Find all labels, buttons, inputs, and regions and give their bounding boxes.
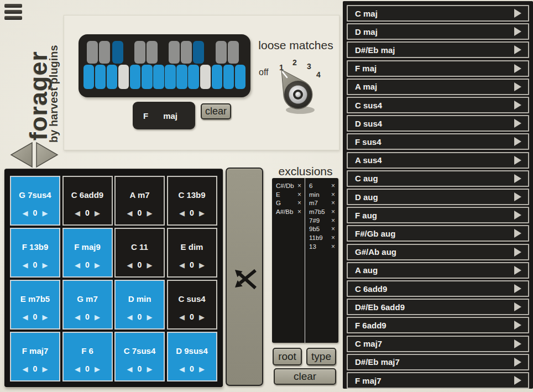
white-key-4[interactable]	[130, 65, 141, 89]
stepper-prev-icon[interactable]: ◀	[179, 313, 185, 321]
chord-pad[interactable]: C 6add9◀0▶	[62, 176, 113, 226]
chord-pad[interactable]: F maj7◀0▶	[10, 332, 60, 381]
white-key-8[interactable]	[176, 65, 187, 89]
play-icon[interactable]	[514, 101, 521, 109]
chord-pad[interactable]: C 11◀0▶	[114, 228, 165, 278]
stepper-prev-icon[interactable]: ◀	[75, 262, 80, 269]
match-row[interactable]: A aug	[347, 262, 529, 279]
stepper-prev-icon[interactable]: ◀	[23, 262, 28, 269]
stepper-next-icon[interactable]: ▶	[147, 262, 152, 269]
play-icon[interactable]	[514, 27, 521, 36]
stepper-next-icon[interactable]: ▶	[147, 313, 152, 321]
chord-pad[interactable]: G 7sus4◀0▶	[10, 176, 60, 226]
stepper-prev-icon[interactable]: ◀	[127, 313, 133, 321]
match-row[interactable]: D#/Eb 6add9	[347, 299, 529, 315]
stepper-prev-icon[interactable]: ◀	[127, 365, 133, 373]
play-icon[interactable]	[514, 248, 521, 257]
stepper-next-icon[interactable]: ▶	[199, 313, 205, 321]
match-row[interactable]: F 6add9	[347, 317, 529, 333]
match-row[interactable]: D maj	[347, 23, 529, 40]
stepper-next-icon[interactable]: ▶	[95, 262, 100, 269]
stepper-prev-icon[interactable]: ◀	[127, 262, 133, 269]
loose-matches-knob[interactable]	[260, 61, 332, 119]
next-button[interactable]	[36, 143, 58, 167]
white-key-1[interactable]	[95, 65, 106, 89]
play-icon[interactable]	[514, 137, 521, 146]
match-row[interactable]: D sus4	[347, 115, 529, 132]
white-key-10[interactable]	[200, 65, 211, 89]
stepper-prev-icon[interactable]: ◀	[75, 313, 80, 321]
play-icon[interactable]	[514, 284, 521, 293]
remove-exclusion-icon[interactable]: ×	[331, 226, 335, 232]
white-key-2[interactable]	[107, 65, 118, 89]
play-icon[interactable]	[514, 266, 521, 275]
black-key-2[interactable]	[112, 41, 123, 64]
play-icon[interactable]	[514, 229, 521, 238]
stepper-prev-icon[interactable]: ◀	[179, 210, 185, 217]
stepper-next-icon[interactable]: ▶	[147, 210, 152, 217]
stepper-prev-icon[interactable]: ◀	[23, 365, 28, 373]
remove-exclusion-icon[interactable]: ×	[331, 234, 335, 241]
play-icon[interactable]	[514, 376, 521, 385]
play-icon[interactable]	[514, 192, 521, 201]
black-key-5[interactable]	[169, 41, 180, 64]
match-row[interactable]: D#/Eb maj7	[347, 354, 529, 370]
remove-exclusion-icon[interactable]: ×	[331, 200, 335, 206]
exclude-root-button[interactable]: root	[273, 348, 302, 365]
stepper-next-icon[interactable]: ▶	[147, 365, 152, 373]
black-key-7[interactable]	[193, 41, 204, 64]
stepper-prev-icon[interactable]: ◀	[23, 210, 28, 217]
chord-pad[interactable]: E m7b5◀0▶	[10, 280, 60, 330]
chord-pad[interactable]: G m7◀0▶	[62, 280, 113, 330]
stepper-prev-icon[interactable]: ◀	[179, 365, 185, 373]
remove-exclusion-icon[interactable]: ×	[331, 191, 335, 198]
play-icon[interactable]	[514, 302, 521, 311]
black-key-0[interactable]	[87, 41, 98, 64]
play-icon[interactable]	[514, 339, 521, 348]
stepper-prev-icon[interactable]: ◀	[179, 262, 185, 269]
match-row[interactable]: F sus4	[347, 133, 529, 150]
remove-exclusion-icon[interactable]: ×	[331, 208, 335, 215]
remove-exclusion-icon[interactable]: ×	[297, 208, 301, 215]
match-row[interactable]: A sus4	[347, 152, 529, 169]
white-key-12[interactable]	[223, 65, 234, 89]
menu-icon[interactable]	[4, 4, 23, 21]
white-key-13[interactable]	[235, 65, 246, 89]
stepper-next-icon[interactable]: ▶	[42, 262, 48, 269]
remove-exclusion-icon[interactable]: ×	[331, 243, 335, 250]
remove-exclusion-icon[interactable]: ×	[331, 217, 335, 224]
black-key-3[interactable]	[134, 41, 145, 64]
black-key-4[interactable]	[147, 41, 158, 64]
chord-pad[interactable]: C 7sus4◀0▶	[114, 332, 165, 381]
remove-exclusion-icon[interactable]: ×	[297, 191, 301, 198]
match-row[interactable]: F aug	[347, 207, 529, 223]
stepper-next-icon[interactable]: ▶	[199, 210, 205, 217]
prev-button[interactable]	[11, 143, 32, 167]
stepper-prev-icon[interactable]: ◀	[23, 313, 28, 321]
match-row[interactable]: G#/Ab aug	[347, 244, 529, 260]
remove-exclusion-icon[interactable]: ×	[297, 182, 301, 189]
white-key-3[interactable]	[118, 65, 129, 89]
match-row[interactable]: C maj	[347, 5, 529, 22]
play-icon[interactable]	[514, 156, 521, 165]
play-icon[interactable]	[514, 45, 521, 54]
stepper-next-icon[interactable]: ▶	[42, 365, 48, 373]
play-icon[interactable]	[514, 358, 521, 367]
chord-pad[interactable]: C sus4◀0▶	[167, 280, 217, 330]
white-key-0[interactable]	[83, 65, 95, 89]
play-icon[interactable]	[514, 82, 521, 91]
stepper-prev-icon[interactable]: ◀	[75, 365, 80, 373]
chord-pad[interactable]: A m7◀0▶	[114, 176, 165, 226]
stepper-next-icon[interactable]: ▶	[95, 210, 100, 217]
chord-pad[interactable]: F 6◀0▶	[62, 332, 113, 381]
black-key-6[interactable]	[181, 41, 192, 64]
white-key-9[interactable]	[188, 65, 199, 89]
match-row[interactable]: D#/Eb maj	[347, 41, 529, 58]
match-row[interactable]: D aug	[347, 189, 529, 205]
stepper-next-icon[interactable]: ▶	[42, 210, 48, 217]
stepper-prev-icon[interactable]: ◀	[127, 210, 133, 217]
play-icon[interactable]	[514, 321, 521, 330]
remove-exclusion-icon[interactable]: ×	[297, 200, 301, 206]
stepper-next-icon[interactable]: ▶	[199, 262, 205, 269]
stepper-next-icon[interactable]: ▶	[42, 313, 48, 321]
